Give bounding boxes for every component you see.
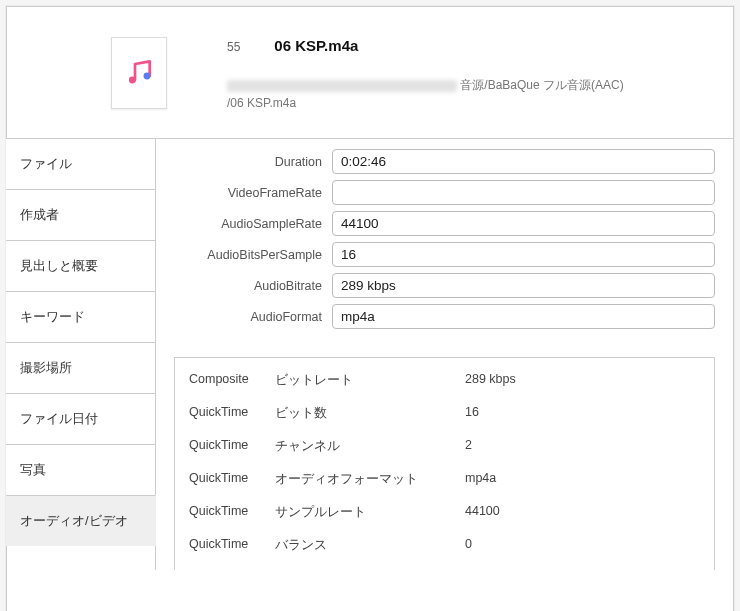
field-row-2: AudioSampleRate [174,211,715,236]
detail-category: QuickTime [189,405,275,422]
field-input-AudioFormat[interactable] [332,304,715,329]
inspector-window: 55 06 KSP.m4a 音源/BaBaQue フル音源(AAC) /06 K… [6,6,734,611]
detail-row: QuickTimeバランス0 [175,529,714,562]
detail-row: QuickTimeオーディオフォーマットmp4a [175,463,714,496]
detail-key: バランス [275,537,465,554]
field-input-Duration[interactable] [332,149,715,174]
field-label: AudioSampleRate [174,217,322,231]
detail-category: Composite [189,372,275,389]
tab-3[interactable]: キーワード [6,291,155,342]
field-row-0: Duration [174,149,715,174]
detail-value: 0 [465,537,700,554]
tab-6[interactable]: 写真 [6,444,155,495]
detail-value: mp4a [465,471,700,488]
detail-value: 289 kbps [465,372,700,389]
tab-7[interactable]: オーディオ/ビデオ [6,495,156,546]
file-index: 55 [227,40,240,54]
file-header: 55 06 KSP.m4a 音源/BaBaQue フル音源(AAC) /06 K… [7,7,733,138]
file-path: 音源/BaBaQue フル音源(AAC) /06 KSP.m4a [227,76,709,112]
detail-key: ビット数 [275,405,465,422]
tab-2[interactable]: 見出しと概要 [6,240,155,291]
field-row-5: AudioFormat [174,304,715,329]
tab-content: DurationVideoFrameRateAudioSampleRateAud… [156,138,733,570]
field-label: AudioBitsPerSample [174,248,322,262]
detail-key: オーディオフォーマット [275,471,465,488]
detail-key: ビットレート [275,372,465,389]
detail-value: 44100 [465,504,700,521]
redacted-path-segment [227,80,457,92]
detail-category: QuickTime [189,438,275,455]
file-thumbnail [111,37,167,109]
detail-row: Compositeビットレート289 kbps [175,364,714,397]
raw-metadata-table: Compositeビットレート289 kbpsQuickTimeビット数16Qu… [174,357,715,570]
field-row-3: AudioBitsPerSample [174,242,715,267]
field-label: AudioBitrate [174,279,322,293]
field-input-AudioSampleRate[interactable] [332,211,715,236]
svg-point-0 [129,76,136,83]
field-row-4: AudioBitrate [174,273,715,298]
tab-0[interactable]: ファイル [6,138,155,189]
detail-key: チャンネル [275,438,465,455]
tab-5[interactable]: ファイル日付 [6,393,155,444]
category-tabs: ファイル作成者見出しと概要キーワード撮影場所ファイル日付写真オーディオ/ビデオ [6,138,156,570]
detail-category: QuickTime [189,504,275,521]
field-label: AudioFormat [174,310,322,324]
music-note-icon [123,56,155,91]
detail-category: QuickTime [189,471,275,488]
detail-category: QuickTime [189,537,275,554]
svg-point-1 [144,72,151,79]
tab-1[interactable]: 作成者 [6,189,155,240]
detail-value: 16 [465,405,700,422]
detail-key: サンプルレート [275,504,465,521]
file-title: 06 KSP.m4a [274,37,358,54]
detail-row: QuickTimeチャンネル2 [175,430,714,463]
property-form: DurationVideoFrameRateAudioSampleRateAud… [174,149,715,329]
detail-value: 2 [465,438,700,455]
field-input-AudioBitrate[interactable] [332,273,715,298]
field-input-AudioBitsPerSample[interactable] [332,242,715,267]
detail-row: QuickTimeビット数16 [175,397,714,430]
field-row-1: VideoFrameRate [174,180,715,205]
detail-row: QuickTimeサンプルレート44100 [175,496,714,529]
field-label: VideoFrameRate [174,186,322,200]
field-label: Duration [174,155,322,169]
field-input-VideoFrameRate[interactable] [332,180,715,205]
tab-4[interactable]: 撮影場所 [6,342,155,393]
